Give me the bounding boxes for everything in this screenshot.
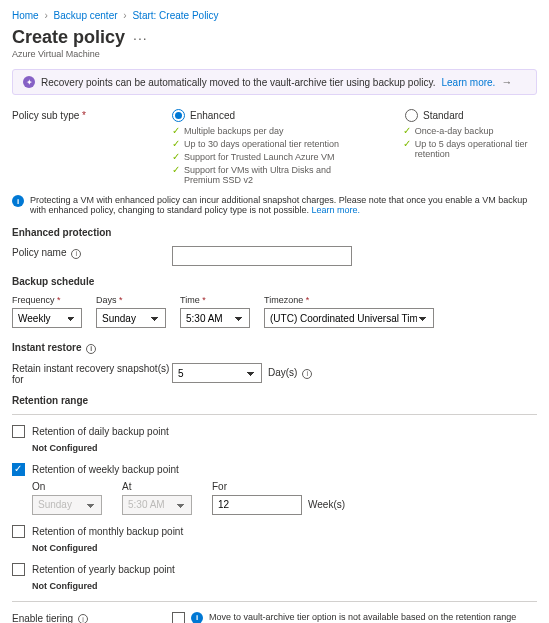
section-retention-range: Retention range: [12, 395, 537, 406]
page-subtitle: Azure Virtual Machine: [12, 49, 537, 59]
frequency-select[interactable]: Weekly: [12, 308, 82, 328]
daily-retention-checkbox[interactable]: [12, 425, 25, 438]
weekly-on-select: Sunday: [32, 495, 102, 515]
section-enhanced-protection: Enhanced protection: [12, 227, 537, 238]
check-icon: ✓: [172, 126, 180, 136]
divider: [12, 601, 537, 602]
instant-restore-days-select[interactable]: 5: [172, 363, 262, 383]
breadcrumb-start-create-policy[interactable]: Start: Create Policy: [132, 10, 218, 21]
weekly-retention-checkbox[interactable]: [12, 463, 25, 476]
section-backup-schedule: Backup schedule: [12, 276, 537, 287]
radio-enhanced[interactable]: Enhanced: [172, 109, 235, 122]
warning-learn-more-link[interactable]: Learn more.: [312, 205, 361, 215]
tiering-note-text: Move to vault-archive tier option is not…: [209, 612, 537, 624]
radio-standard[interactable]: Standard: [405, 109, 464, 122]
instant-restore-label: Retain instant recovery snapshot(s) for: [12, 362, 172, 385]
check-icon: ✓: [403, 139, 411, 149]
days-select[interactable]: Sunday: [96, 308, 166, 328]
radio-icon: [172, 109, 185, 122]
divider: [12, 414, 537, 415]
archive-tier-info-bar: ✦ Recovery points can be automatically m…: [12, 69, 537, 95]
page-title: Create policy: [12, 27, 125, 48]
info-bar-learn-more-link[interactable]: Learn more.: [441, 77, 495, 88]
chevron-right-icon: ›: [44, 10, 47, 21]
enhanced-policy-warning: i Protecting a VM with enhanced policy c…: [12, 195, 537, 215]
yearly-retention-status: Not Configured: [32, 581, 537, 591]
breadcrumb-backup-center[interactable]: Backup center: [54, 10, 118, 21]
weekly-at-label: At: [122, 481, 192, 492]
check-icon: ✓: [172, 165, 180, 175]
breadcrumb: Home › Backup center › Start: Create Pol…: [12, 10, 537, 21]
policy-name-label: Policy name i: [12, 246, 172, 259]
timezone-select[interactable]: (UTC) Coordinated Universal Time: [264, 308, 434, 328]
frequency-label: Frequency *: [12, 295, 82, 305]
chevron-right-icon: ›: [123, 10, 126, 21]
yearly-retention-label: Retention of yearly backup point: [32, 564, 175, 575]
daily-retention-label: Retention of daily backup point: [32, 426, 169, 437]
yearly-retention-checkbox[interactable]: [12, 563, 25, 576]
check-icon: ✓: [403, 126, 411, 136]
info-icon[interactable]: i: [302, 369, 312, 379]
time-label: Time *: [180, 295, 250, 305]
enhanced-features: ✓Multiple backups per day ✓Up to 30 days…: [172, 126, 363, 185]
radio-icon: [405, 109, 418, 122]
weekly-for-label: For: [212, 481, 345, 492]
info-icon[interactable]: i: [78, 614, 88, 623]
info-bar-text: Recovery points can be automatically mov…: [41, 77, 435, 88]
daily-retention-status: Not Configured: [32, 443, 537, 453]
days-label: Days *: [96, 295, 166, 305]
monthly-retention-label: Retention of monthly backup point: [32, 526, 183, 537]
check-icon: ✓: [172, 139, 180, 149]
info-icon[interactable]: i: [86, 344, 96, 354]
weekly-on-label: On: [32, 481, 102, 492]
time-select[interactable]: 5:30 AM: [180, 308, 250, 328]
info-icon: i: [12, 195, 24, 207]
timezone-label: Timezone *: [264, 295, 434, 305]
breadcrumb-home[interactable]: Home: [12, 10, 39, 21]
weekly-for-input[interactable]: [212, 495, 302, 515]
monthly-retention-checkbox[interactable]: [12, 525, 25, 538]
monthly-retention-status: Not Configured: [32, 543, 537, 553]
arrow-right-icon: →: [501, 76, 512, 88]
instant-restore-unit: Day(s) i: [268, 367, 312, 379]
weekly-for-unit: Week(s): [308, 499, 345, 510]
more-options-button[interactable]: ···: [133, 30, 148, 46]
policy-name-input[interactable]: [172, 246, 352, 266]
standard-features: ✓Once-a-day backup ✓Up to 5 days operati…: [403, 126, 537, 185]
info-icon: ✦: [23, 76, 35, 88]
check-icon: ✓: [172, 152, 180, 162]
policy-sub-type-label: Policy sub type *: [12, 109, 172, 121]
section-instant-restore: Instant restore i: [12, 342, 537, 354]
info-icon: i: [191, 612, 203, 624]
info-icon[interactable]: i: [71, 249, 81, 259]
enable-tiering-checkbox[interactable]: [172, 612, 185, 624]
enable-tiering-label: Enable tiering i: [12, 612, 172, 624]
weekly-at-select: 5:30 AM: [122, 495, 192, 515]
weekly-retention-label: Retention of weekly backup point: [32, 464, 179, 475]
